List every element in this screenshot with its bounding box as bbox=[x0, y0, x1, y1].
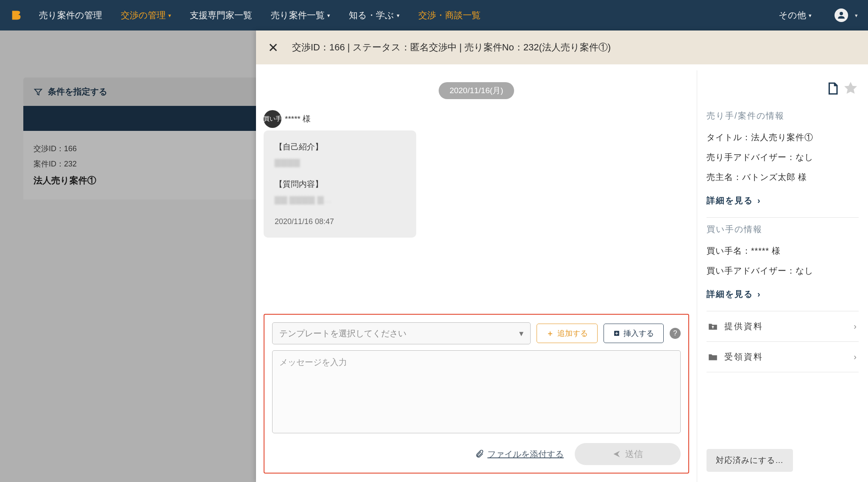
buyer-section-title: 買い手の情報 bbox=[707, 224, 859, 235]
send-icon bbox=[612, 450, 621, 458]
insert-template-button[interactable]: 挿入する bbox=[604, 324, 664, 343]
close-icon[interactable]: ✕ bbox=[268, 40, 278, 55]
seller-adviser-line: 売り手アドバイザー：なし bbox=[707, 152, 859, 163]
date-pill: 2020/11/16(月) bbox=[439, 82, 515, 99]
docs-provided-row[interactable]: 提供資料 › bbox=[707, 311, 859, 341]
folder-upload-icon bbox=[707, 321, 718, 332]
chevron-down-icon: ▾ bbox=[327, 12, 330, 19]
bubble-blurred-text: ▇▇ ▇▇▇▇ ▇… bbox=[275, 192, 405, 208]
folder-icon bbox=[707, 352, 718, 363]
top-nav: 売り案件の管理 交渉の管理▾ 支援専門家一覧 売り案件一覧▾ 知る・学ぶ▾ 交渉… bbox=[0, 0, 868, 30]
nav-item-sell-list[interactable]: 売り案件一覧▾ bbox=[271, 9, 330, 21]
nav-item-learn[interactable]: 知る・学ぶ▾ bbox=[349, 9, 400, 21]
chevron-down-icon: ▾ bbox=[855, 12, 858, 19]
account-icon[interactable] bbox=[835, 8, 848, 22]
mark-done-button[interactable]: 対応済みにする… bbox=[707, 449, 793, 472]
chevron-down-icon: ▾ bbox=[519, 328, 523, 338]
chevron-right-icon: › bbox=[757, 289, 761, 299]
buyer-name-line: 買い手名：***** 様 bbox=[707, 245, 859, 257]
chevron-down-icon: ▾ bbox=[397, 12, 400, 19]
panel-header: ✕ 交渉ID：166 | ステータス：匿名交渉中 | 売り案件No：232(法人… bbox=[256, 30, 868, 64]
plus-icon: ＋ bbox=[546, 328, 554, 338]
nav-item-negotiation-manage[interactable]: 交渉の管理▾ bbox=[121, 9, 171, 21]
help-icon[interactable]: ? bbox=[670, 328, 681, 339]
bubble-section-intro: 【自己紹介】 bbox=[275, 139, 405, 155]
chat-column: 2020/11/16(月) 買い手 ***** 様 【自己紹介】 ▇▇▇▇ 【質… bbox=[256, 70, 697, 482]
buyer-adviser-line: 買い手アドバイザー：なし bbox=[707, 265, 859, 277]
buyer-detail-link[interactable]: 詳細を見る › bbox=[707, 288, 859, 300]
svg-point-0 bbox=[840, 12, 843, 15]
bubble-blurred-text: ▇▇▇▇ bbox=[275, 155, 405, 170]
template-select[interactable]: テンプレートを選択してください ▾ bbox=[272, 322, 531, 344]
nav-item-negotiation-list[interactable]: 交渉・商談一覧 bbox=[418, 9, 481, 21]
info-column: 売り手/案件の情報 タイトル：法人売り案件① 売り手アドバイザー：なし 売主名：… bbox=[697, 70, 868, 482]
seller-detail-link[interactable]: 詳細を見る › bbox=[707, 195, 859, 206]
logo-icon bbox=[10, 9, 22, 21]
document-icon[interactable] bbox=[826, 81, 840, 96]
nav-item-other[interactable]: その他▾ bbox=[779, 9, 812, 21]
seller-title-line: タイトル：法人売り案件① bbox=[707, 132, 859, 143]
star-icon[interactable] bbox=[843, 80, 859, 97]
add-template-button[interactable]: ＋ 追加する bbox=[537, 324, 598, 343]
nav-item-sell-manage[interactable]: 売り案件の管理 bbox=[39, 9, 102, 21]
bubble-timestamp: 2020/11/16 08:47 bbox=[275, 214, 405, 229]
message-block: 買い手 ***** 様 【自己紹介】 ▇▇▇▇ 【質問内容】 ▇▇ ▇▇▇▇ ▇… bbox=[264, 110, 689, 238]
chevron-down-icon: ▾ bbox=[809, 12, 812, 19]
message-input[interactable] bbox=[272, 350, 681, 433]
insert-icon bbox=[613, 330, 620, 337]
docs-received-row[interactable]: 受領資料 › bbox=[707, 341, 859, 372]
chevron-right-icon: › bbox=[854, 321, 858, 331]
bubble-section-question: 【質問内容】 bbox=[275, 176, 405, 192]
send-button[interactable]: 送信 bbox=[575, 443, 681, 465]
paperclip-icon bbox=[475, 449, 484, 459]
seller-owner-line: 売主名：バトンズ太郎 様 bbox=[707, 172, 859, 183]
chevron-right-icon: › bbox=[757, 196, 761, 205]
chevron-right-icon: › bbox=[854, 352, 858, 362]
attach-file-link[interactable]: ファイルを添付する bbox=[475, 449, 564, 460]
buyer-badge-icon: 買い手 bbox=[264, 110, 281, 128]
seller-section-title: 売り手/案件の情報 bbox=[707, 110, 859, 122]
message-bubble: 【自己紹介】 ▇▇▇▇ 【質問内容】 ▇▇ ▇▇▇▇ ▇… 2020/11/16… bbox=[264, 130, 416, 238]
panel-title: 交渉ID：166 | ステータス：匿名交渉中 | 売り案件No：232(法人売り… bbox=[292, 41, 611, 54]
chevron-down-icon: ▾ bbox=[168, 12, 171, 19]
compose-area: テンプレートを選択してください ▾ ＋ 追加する 挿入する ? bbox=[264, 314, 689, 474]
slideover-panel: 2020/11/16(月) 買い手 ***** 様 【自己紹介】 ▇▇▇▇ 【質… bbox=[256, 30, 868, 482]
sender-name: ***** 様 bbox=[285, 114, 311, 125]
nav-item-experts[interactable]: 支援専門家一覧 bbox=[190, 9, 252, 21]
